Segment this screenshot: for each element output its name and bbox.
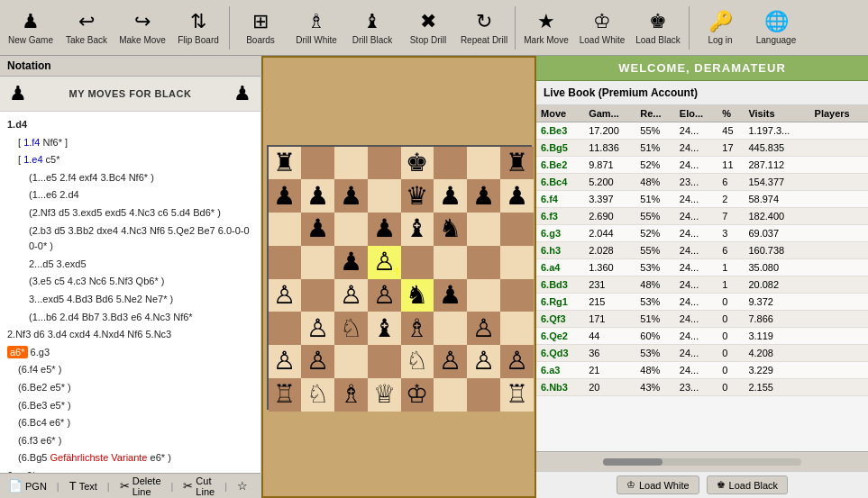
load-white-bottom-button[interactable]: ♔ Load White — [617, 475, 699, 494]
chessboard[interactable]: ♜♚♜♟♟♟♛♟♟♟♟♟♝♞♟♙↑♙♙♙♞♟♙♘♝♗♙♙♙♘♙♙♙♖♘♗♕♔♖ — [267, 145, 532, 410]
cell-g4[interactable] — [467, 279, 500, 312]
cell-e6[interactable]: ♝ — [401, 213, 434, 246]
table-row[interactable]: 6.f43.39751%24...258.974 — [536, 191, 868, 208]
cell-h2[interactable]: ♙ — [500, 345, 534, 378]
delete-line-button[interactable]: ✂ Delete Line — [115, 473, 166, 499]
cell-c8[interactable] — [334, 147, 368, 180]
cell-g5[interactable] — [467, 246, 500, 279]
take-back-button[interactable]: ↩ Take Back — [59, 3, 114, 53]
move-cell[interactable]: 6.f3 — [536, 208, 584, 225]
cell-f4[interactable]: ♟ — [434, 279, 467, 312]
cell-d5[interactable]: ♙↑ — [368, 246, 401, 279]
load-black-bottom-button[interactable]: ♚ Load Black — [707, 475, 788, 494]
cell-a6[interactable] — [269, 213, 302, 246]
move-cell[interactable]: 6.Qe2 — [536, 328, 584, 345]
mark-move-button[interactable]: ★ Mark Move — [519, 3, 573, 53]
table-row[interactable]: 6.g32.04452%24...369.037 — [536, 225, 868, 242]
cell-c4[interactable]: ♙ — [334, 279, 368, 312]
cell-c2[interactable] — [334, 345, 368, 378]
cell-f3[interactable] — [434, 312, 467, 345]
cell-h6[interactable] — [500, 213, 534, 246]
move-cell[interactable]: 6.h3 — [536, 242, 584, 259]
cell-b2[interactable]: ♙ — [301, 345, 334, 378]
cell-h3[interactable] — [500, 312, 534, 345]
cell-d6[interactable]: ♟ — [368, 213, 401, 246]
cell-c1[interactable]: ♗ — [334, 378, 368, 412]
cell-b5[interactable] — [301, 246, 334, 279]
cell-b1[interactable]: ♘ — [301, 378, 334, 412]
log-in-button[interactable]: 🔑 Log in — [693, 3, 747, 53]
cell-g8[interactable] — [467, 147, 500, 180]
notation-content[interactable]: 1.d4 [ 1.f4 Nf6* ] [ 1.e4 c5* (1...e5 2.… — [0, 112, 260, 473]
table-row[interactable]: 6.Rg121553%24...09.372 — [536, 294, 868, 311]
cell-f7[interactable]: ♟ — [434, 179, 467, 213]
repeat-drill-button[interactable]: ↻ Repeat Drill — [457, 3, 511, 53]
move-cell[interactable]: 6.f4 — [536, 191, 584, 208]
cell-h7[interactable]: ♟ — [500, 179, 534, 213]
stop-drill-button[interactable]: ✖ Stop Drill — [401, 3, 455, 53]
move-cell[interactable]: 6.a4 — [536, 259, 584, 276]
table-row[interactable]: 6.Be317.20055%24...451.197.3... — [536, 122, 868, 140]
cell-d7[interactable] — [368, 179, 401, 213]
move-cell[interactable]: 6.Bg5 — [536, 140, 584, 157]
flip-board-button[interactable]: ⇅ Flip Board — [171, 3, 225, 53]
cell-e7[interactable]: ♛ — [401, 179, 434, 213]
table-row[interactable]: 6.Bd323148%24...120.082 — [536, 276, 868, 294]
table-row[interactable]: 6.Bg511.83651%24...17445.835 — [536, 140, 868, 157]
load-black-toolbar-button[interactable]: ♚ Load Black — [631, 3, 685, 53]
cell-f6[interactable]: ♞ — [434, 213, 467, 246]
table-row[interactable]: 6.Qd33653%24...04.208 — [536, 345, 868, 362]
cell-f2[interactable]: ♙ — [434, 345, 467, 378]
move-cell[interactable]: 6.Bd3 — [536, 276, 584, 294]
move-cell[interactable]: 6.Nb3 — [536, 379, 584, 396]
make-move-button[interactable]: ↪ Make Move — [115, 3, 169, 53]
cell-b7[interactable]: ♟ — [301, 179, 334, 213]
cell-f8[interactable] — [434, 147, 467, 180]
cell-b4[interactable] — [301, 279, 334, 312]
cell-b8[interactable] — [301, 147, 334, 180]
cell-c7[interactable]: ♟ — [334, 179, 368, 213]
move-cell[interactable]: 6.Qf3 — [536, 311, 584, 328]
table-row[interactable]: 6.Bc45.20048%23...6154.377 — [536, 174, 868, 191]
cell-f1[interactable] — [434, 378, 467, 412]
move-cell[interactable]: 6.a3 — [536, 362, 584, 379]
cell-a2[interactable]: ♙ — [269, 345, 302, 378]
cell-e8[interactable]: ♚ — [401, 147, 434, 180]
cell-a7[interactable]: ♟ — [269, 179, 302, 213]
language-button[interactable]: 🌐 Language — [749, 3, 803, 53]
cell-h1[interactable]: ♖ — [500, 378, 534, 412]
cell-d8[interactable] — [368, 147, 401, 180]
livebook-table[interactable]: Move Gam... Re... Elo... % Visits Player… — [536, 105, 868, 451]
cell-a4[interactable]: ♙ — [269, 279, 302, 312]
cell-g2[interactable]: ♙ — [467, 345, 500, 378]
cell-e4[interactable]: ♞ — [401, 279, 434, 312]
cell-c5[interactable]: ♟ — [334, 246, 368, 279]
cell-e5[interactable] — [401, 246, 434, 279]
drill-black-button[interactable]: ♝ Drill Black — [345, 3, 399, 53]
pgn-button[interactable]: 📄 PGN — [4, 476, 51, 495]
move-cell[interactable]: 6.Be3 — [536, 122, 584, 140]
move-cell[interactable]: 6.Be2 — [536, 157, 584, 174]
cell-a3[interactable] — [269, 312, 302, 345]
table-row[interactable]: 6.f32.69055%24...7182.400 — [536, 208, 868, 225]
scrollbar-thumb[interactable] — [603, 458, 662, 466]
cell-d4[interactable]: ♙ — [368, 279, 401, 312]
table-row[interactable]: 6.Qf317151%24...07.866 — [536, 311, 868, 328]
cell-a8[interactable]: ♜ — [269, 147, 302, 180]
cell-e3[interactable]: ♗ — [401, 312, 434, 345]
cell-d3[interactable]: ♝ — [368, 312, 401, 345]
cell-e2[interactable]: ♘ — [401, 345, 434, 378]
cell-g1[interactable] — [467, 378, 500, 412]
cell-g6[interactable] — [467, 213, 500, 246]
cell-a5[interactable] — [269, 246, 302, 279]
cell-g3[interactable]: ♙ — [467, 312, 500, 345]
star1-button[interactable]: ☆ — [233, 476, 252, 495]
cell-b6[interactable]: ♟ — [301, 213, 334, 246]
new-game-button[interactable]: ♟ New Game — [4, 3, 58, 53]
scrollbar-track[interactable] — [603, 458, 802, 466]
text-button[interactable]: T Text — [65, 476, 102, 495]
cell-f5[interactable] — [434, 246, 467, 279]
move-cell[interactable]: 6.Rg1 — [536, 294, 584, 311]
move-cell[interactable]: 6.g3 — [536, 225, 584, 242]
cell-a1[interactable]: ♖ — [269, 378, 302, 412]
